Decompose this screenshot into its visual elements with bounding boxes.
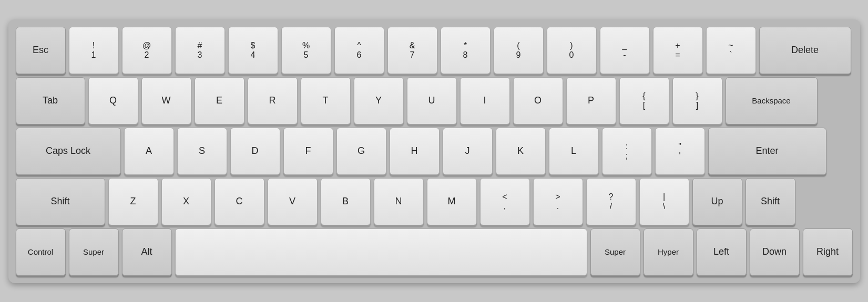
- key-up[interactable]: Up: [692, 178, 742, 225]
- key-2[interactable]: @2: [122, 27, 172, 74]
- key-4[interactable]: $4: [228, 27, 278, 74]
- key-backtick[interactable]: ~`: [706, 27, 756, 74]
- key-backslash[interactable]: |\: [639, 178, 689, 225]
- key-9[interactable]: (9: [494, 27, 544, 74]
- key-shift-left[interactable]: Shift: [16, 178, 105, 225]
- key-y[interactable]: Y: [354, 77, 404, 124]
- key-super-left[interactable]: Super: [69, 228, 119, 276]
- key-i[interactable]: I: [460, 77, 510, 124]
- key-w[interactable]: W: [141, 77, 191, 124]
- key-down[interactable]: Down: [750, 228, 800, 276]
- key-b[interactable]: B: [321, 178, 371, 225]
- row-asdf: Caps Lock A S D F G H J K L :; "' Enter: [16, 128, 853, 175]
- keyboard: Esc !1 @2 #3 $4 %5 ^6 &7 *8 (9 )0 _- += …: [8, 19, 860, 283]
- key-semicolon[interactable]: :;: [602, 128, 652, 175]
- key-right[interactable]: Right: [803, 228, 853, 276]
- key-backspace[interactable]: Backspace: [726, 77, 818, 124]
- key-g[interactable]: G: [336, 128, 386, 175]
- key-shift-right[interactable]: Shift: [746, 178, 795, 225]
- key-t[interactable]: T: [301, 77, 351, 124]
- key-u[interactable]: U: [407, 77, 457, 124]
- key-a[interactable]: A: [124, 128, 174, 175]
- key-z[interactable]: Z: [108, 178, 158, 225]
- row-qwerty: Tab Q W E R T Y U I O P {[ }] Backspace: [16, 77, 853, 124]
- key-r[interactable]: R: [248, 77, 298, 124]
- key-alt[interactable]: Alt: [122, 228, 172, 276]
- key-delete[interactable]: Delete: [759, 27, 851, 74]
- key-enter[interactable]: Enter: [708, 128, 826, 175]
- key-7[interactable]: &7: [387, 27, 437, 74]
- key-esc[interactable]: Esc: [16, 27, 66, 74]
- key-l[interactable]: L: [549, 128, 599, 175]
- key-quote[interactable]: "': [655, 128, 705, 175]
- key-f[interactable]: F: [283, 128, 333, 175]
- key-m[interactable]: M: [427, 178, 477, 225]
- key-capslock[interactable]: Caps Lock: [16, 128, 121, 175]
- key-v[interactable]: V: [268, 178, 318, 225]
- key-0[interactable]: )0: [547, 27, 597, 74]
- key-x[interactable]: X: [161, 178, 211, 225]
- key-minus[interactable]: _-: [600, 27, 650, 74]
- key-h[interactable]: H: [390, 128, 440, 175]
- key-left[interactable]: Left: [697, 228, 747, 276]
- key-super-right[interactable]: Super: [590, 228, 640, 276]
- row-bottom: Control Super Alt Super Hyper Left Down …: [16, 228, 853, 276]
- key-slash[interactable]: ?/: [586, 178, 636, 225]
- key-k[interactable]: K: [496, 128, 546, 175]
- key-6[interactable]: ^6: [334, 27, 384, 74]
- row-zxcv: Shift Z X C V B N M <, >. ?/ |\ Up Shift: [16, 178, 853, 225]
- key-p[interactable]: P: [566, 77, 616, 124]
- key-d[interactable]: D: [230, 128, 280, 175]
- key-tab[interactable]: Tab: [16, 77, 85, 124]
- key-equals[interactable]: +=: [653, 27, 703, 74]
- key-period[interactable]: >.: [533, 178, 583, 225]
- key-space[interactable]: [175, 228, 587, 276]
- key-lbracket[interactable]: {[: [619, 77, 669, 124]
- key-rbracket[interactable]: }]: [672, 77, 722, 124]
- key-n[interactable]: N: [374, 178, 424, 225]
- key-1[interactable]: !1: [69, 27, 119, 74]
- key-s[interactable]: S: [177, 128, 227, 175]
- key-5[interactable]: %5: [281, 27, 331, 74]
- key-control[interactable]: Control: [16, 228, 66, 276]
- row-number: Esc !1 @2 #3 $4 %5 ^6 &7 *8 (9 )0 _- += …: [16, 27, 853, 74]
- key-c[interactable]: C: [215, 178, 264, 225]
- key-o[interactable]: O: [513, 77, 563, 124]
- key-8[interactable]: *8: [441, 27, 491, 74]
- key-j[interactable]: J: [443, 128, 493, 175]
- key-comma[interactable]: <,: [480, 178, 530, 225]
- key-3[interactable]: #3: [175, 27, 225, 74]
- key-hyper[interactable]: Hyper: [644, 228, 693, 276]
- key-q[interactable]: Q: [88, 77, 138, 124]
- key-e[interactable]: E: [195, 77, 244, 124]
